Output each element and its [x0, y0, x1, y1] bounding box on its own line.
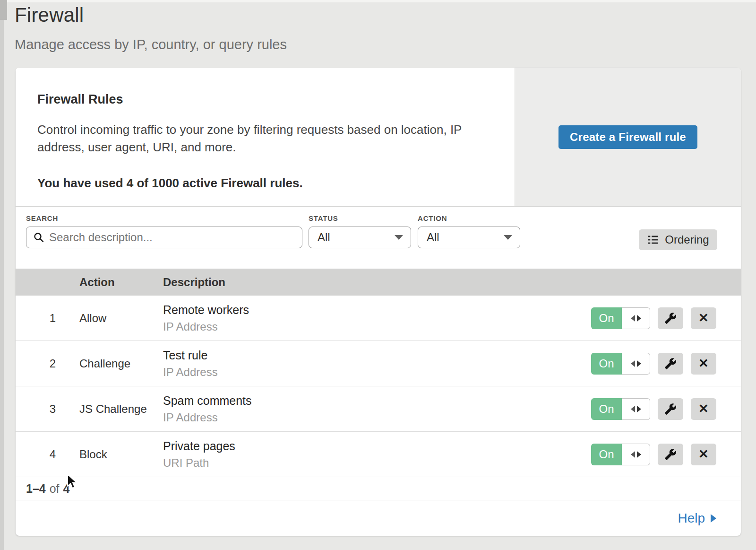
rules-card-description: Control incoming traffic to your zone by…	[37, 121, 491, 156]
rule-description-cell: Spam comments IP Address	[163, 394, 591, 424]
delete-rule-button[interactable]: ✕	[691, 353, 716, 375]
rule-action: Block	[79, 448, 163, 461]
wrench-icon	[664, 403, 677, 415]
pagination-summary: 1–4 of 4	[16, 477, 741, 500]
column-description: Description	[163, 276, 741, 289]
rule-description: Remote workers	[163, 303, 591, 317]
rule-description-cell: Private pages URI Path	[163, 439, 591, 470]
rule-priority: 2	[16, 357, 58, 370]
toggle-grip[interactable]	[622, 398, 650, 420]
arrow-right-icon	[711, 514, 716, 523]
action-filter-group: ACTION All	[418, 214, 520, 248]
rule-action: Allow	[79, 312, 163, 325]
wrench-icon	[664, 312, 677, 324]
rule-priority: 4	[16, 448, 58, 461]
delete-rule-button[interactable]: ✕	[691, 398, 716, 420]
pagination-of: of	[50, 482, 60, 496]
chevron-down-icon	[395, 235, 403, 240]
column-action: Action	[79, 276, 163, 289]
window-corner-notch	[0, 0, 7, 20]
close-icon: ✕	[698, 311, 709, 325]
table-row: 3 JS Challenge Spam comments IP Address …	[16, 386, 741, 432]
edit-rule-button[interactable]	[658, 398, 683, 420]
arrow-right-icon	[637, 360, 641, 367]
search-input[interactable]	[49, 231, 295, 244]
rule-description-cell: Remote workers IP Address	[163, 303, 591, 333]
status-select[interactable]: All	[309, 227, 411, 248]
edit-rule-button[interactable]	[658, 444, 683, 465]
ordered-list-icon	[647, 234, 659, 246]
status-filter-group: STATUS All	[309, 214, 411, 248]
rule-description: Test rule	[163, 349, 591, 362]
create-firewall-rule-button[interactable]: Create a Firewall rule	[558, 125, 697, 149]
rule-enabled-toggle[interactable]: On	[591, 353, 650, 375]
arrow-left-icon	[631, 315, 635, 322]
search-filter-group: SEARCH	[26, 214, 302, 248]
toggle-grip[interactable]	[622, 444, 650, 465]
arrow-left-icon	[631, 406, 635, 412]
rule-priority: 1	[16, 312, 58, 325]
rule-enabled-toggle[interactable]: On	[591, 444, 650, 465]
edit-rule-button[interactable]	[658, 353, 683, 375]
table-row: 2 Challenge Test rule IP Address On	[16, 341, 741, 386]
rule-action: Challenge	[79, 357, 163, 370]
close-icon: ✕	[698, 447, 709, 462]
toggle-on-label: On	[591, 353, 622, 375]
delete-rule-button[interactable]: ✕	[691, 307, 716, 329]
rule-controls: On ✕	[591, 444, 741, 465]
rule-priority: 3	[16, 402, 58, 416]
firewall-rules-card: Firewall Rules Control incoming traffic …	[16, 68, 741, 536]
action-selected-value: All	[427, 231, 439, 244]
window-top-strip	[7, 0, 756, 2]
search-icon	[33, 232, 44, 243]
rules-intro-text: Firewall Rules Control incoming traffic …	[16, 68, 515, 206]
rule-controls: On ✕	[591, 307, 741, 329]
edit-rule-button[interactable]	[658, 307, 683, 329]
toggle-grip[interactable]	[622, 353, 650, 375]
pagination-total: 4	[63, 482, 70, 496]
status-label: STATUS	[309, 214, 411, 222]
close-icon: ✕	[698, 356, 709, 371]
toggle-on-label: On	[591, 307, 622, 329]
search-box[interactable]	[26, 227, 302, 248]
action-label: ACTION	[418, 214, 520, 222]
rules-action-panel: Create a Firewall rule	[515, 68, 741, 206]
rule-enabled-toggle[interactable]: On	[591, 398, 650, 420]
window-edge-strip	[0, 0, 4, 550]
filter-bar: SEARCH STATUS All ACTION All	[16, 207, 741, 269]
wrench-icon	[664, 358, 677, 370]
toggle-grip[interactable]	[622, 307, 650, 329]
toggle-on-label: On	[591, 444, 622, 465]
rule-match-type: IP Address	[163, 366, 591, 379]
page-title: Firewall	[15, 4, 84, 26]
help-link-label: Help	[678, 511, 705, 526]
search-label: SEARCH	[26, 214, 302, 222]
ordering-button[interactable]: Ordering	[639, 229, 717, 250]
rule-controls: On ✕	[591, 398, 741, 420]
wrench-icon	[664, 448, 677, 461]
card-footer: Help	[16, 500, 741, 536]
arrow-right-icon	[637, 315, 641, 322]
rules-card-title: Firewall Rules	[37, 92, 496, 107]
table-row: 1 Allow Remote workers IP Address On	[16, 296, 741, 341]
arrow-left-icon	[631, 451, 635, 458]
page-subtitle: Manage access by IP, country, or query r…	[15, 37, 287, 52]
rule-controls: On ✕	[591, 353, 741, 375]
action-select[interactable]: All	[418, 227, 520, 248]
rule-description-cell: Test rule IP Address	[163, 349, 591, 379]
rule-match-type: IP Address	[163, 411, 591, 424]
rules-intro-section: Firewall Rules Control incoming traffic …	[16, 68, 741, 207]
arrow-right-icon	[637, 406, 641, 412]
help-link[interactable]: Help	[678, 511, 716, 526]
rule-description: Spam comments	[163, 394, 591, 408]
rule-match-type: URI Path	[163, 456, 591, 470]
rule-match-type: IP Address	[163, 320, 591, 333]
arrow-left-icon	[631, 360, 635, 367]
rule-description: Private pages	[163, 439, 591, 453]
close-icon: ✕	[698, 402, 709, 416]
delete-rule-button[interactable]: ✕	[691, 444, 716, 465]
rules-usage-count: You have used 4 of 1000 active Firewall …	[37, 176, 496, 191]
ordering-button-label: Ordering	[665, 233, 709, 246]
rule-enabled-toggle[interactable]: On	[591, 307, 650, 329]
status-selected-value: All	[318, 231, 330, 244]
